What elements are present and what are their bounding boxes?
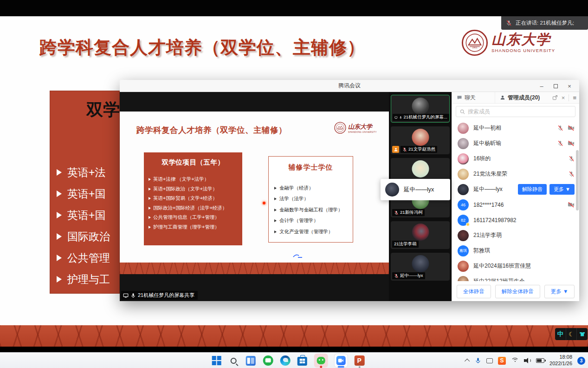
video-tile[interactable]: 21文学赵浩然 <box>391 126 450 154</box>
avatar <box>458 276 469 282</box>
member-search-box[interactable] <box>456 106 575 117</box>
screen-share-stage[interactable]: 跨学科复合人才培养（双学位、主辅修） 山东大学 SHANDONG UNIVERS… <box>120 92 389 301</box>
mic-muted-icon[interactable] <box>557 125 563 131</box>
member-row[interactable]: 延中22届12班花生会 <box>458 274 575 281</box>
wechat-button[interactable] <box>314 354 328 368</box>
store-button[interactable] <box>297 355 308 366</box>
member-row[interactable]: 延中杨昕瑜 <box>458 136 575 151</box>
panel-footer: 全体静音 解除全体静音 更多 ▼ <box>452 281 579 302</box>
avatar <box>458 169 469 180</box>
unmute-all-button[interactable]: 解除全体静音 <box>495 285 540 298</box>
bullet-item: 护理与工 <box>57 269 110 290</box>
notification-badge[interactable]: 3 <box>577 357 585 365</box>
member-row[interactable]: 21法学李萌 <box>458 228 575 243</box>
member-row[interactable]: 延中——lyx 解除静音 更多 ▼ <box>458 182 575 197</box>
camera-off-icon[interactable] <box>568 201 575 208</box>
member-row[interactable]: 延中2024届16班宜佳慧 <box>458 258 575 274</box>
logo-english-name: SHANDONG UNIVERSITY <box>491 48 555 53</box>
arrow-bullet-icon <box>57 212 62 218</box>
avatar <box>412 223 429 241</box>
windows-taskbar: P S 18:08 2022/1/26 3 <box>0 352 588 368</box>
mic-muted-icon[interactable] <box>557 140 563 146</box>
sogou-ime-icon[interactable]: S <box>498 357 506 365</box>
popout-panel-icon[interactable] <box>552 95 558 100</box>
task-view-icon <box>246 356 256 366</box>
member-row[interactable]: 46 182****1746 <box>458 197 575 212</box>
start-button[interactable] <box>211 355 222 366</box>
slide-bottom-band <box>0 325 588 347</box>
mic-muted-icon <box>394 274 399 278</box>
speaker-icon[interactable] <box>524 358 531 363</box>
mic-muted-icon[interactable] <box>569 171 575 177</box>
task-view-button[interactable] <box>245 355 256 366</box>
camera-off-icon[interactable] <box>568 140 575 147</box>
taskbar-clock[interactable]: 18:08 2022/1/26 <box>549 354 572 367</box>
screen-share-icon <box>123 293 129 298</box>
green-app-icon <box>263 355 273 366</box>
bullet-item: 公共管理 <box>57 247 110 269</box>
maximize-button[interactable] <box>549 80 562 92</box>
bullet-item: 公共管理与信息（工学+管理） <box>149 213 227 223</box>
shared-slide: 跨学科复合人才培养（双学位、主辅修） 山东大学 SHANDONG UNIVERS… <box>120 112 389 263</box>
battery-icon[interactable] <box>536 358 544 363</box>
avatar <box>458 138 469 149</box>
window-titlebar[interactable]: 腾讯会议 – × <box>120 80 579 92</box>
minor-degree-title: 辅修学士学位 <box>269 163 353 172</box>
member-row[interactable]: 16班的 <box>458 151 575 166</box>
system-tray: S 18:08 2022/1/26 3 <box>466 353 585 368</box>
mic-muted-icon[interactable] <box>569 156 575 162</box>
menu-icon[interactable]: ≡ <box>569 94 576 101</box>
tray-mic-icon[interactable] <box>475 357 481 364</box>
wifi-icon[interactable] <box>511 358 519 364</box>
member-row[interactable]: 雅琪 郭雅琪 <box>458 243 575 258</box>
search-input[interactable] <box>468 108 572 115</box>
bullet-item: 金融数学与金融工程（理学） <box>274 204 343 216</box>
shared-slide-title: 跨学科复合人才培养（双学位、主辅修） <box>136 125 287 136</box>
member-row[interactable]: 21党法朱星荣 <box>458 166 575 182</box>
unmute-button[interactable]: 解除静音 <box>518 184 547 195</box>
skin-icon[interactable] <box>577 328 588 340</box>
mute-all-button[interactable]: 全体静音 <box>457 285 491 298</box>
running-indicator <box>320 366 322 368</box>
mic-muted-icon <box>402 147 407 152</box>
bullet-item: 文化产业管理（管理学） <box>274 226 343 237</box>
tab-chat[interactable]: 聊天 <box>452 92 495 103</box>
avatar <box>458 153 469 164</box>
cast-icon[interactable] <box>486 358 493 363</box>
shared-slide-bottom-band <box>120 263 389 274</box>
edge-button[interactable] <box>279 355 291 366</box>
member-row[interactable]: 延中—初相 <box>458 120 575 136</box>
tencent-meeting-button[interactable] <box>334 354 348 368</box>
camera-off-icon[interactable] <box>568 125 575 131</box>
university-logo: 1901 山东大学 SHANDONG UNIVERSITY <box>461 29 555 56</box>
screen-share-label: 21机械任梦凡的屏幕共享 <box>121 291 198 300</box>
avatar <box>412 129 429 146</box>
member-row[interactable]: 82 16117241987982 <box>458 212 575 228</box>
speaking-toast-text: 正在讲话: 21机械任梦凡; <box>516 20 574 26</box>
night-mode-icon[interactable]: ☾ <box>566 328 577 340</box>
wechat-icon <box>317 357 325 364</box>
more-button[interactable]: 更多 ▼ <box>549 184 575 195</box>
ime-chinese-mode[interactable]: 中 <box>555 328 566 340</box>
video-tile[interactable]: 21法学李萌 <box>391 221 450 249</box>
taskbar-search-button[interactable] <box>228 355 239 366</box>
minimize-button[interactable]: – <box>535 80 549 92</box>
edge-icon <box>280 355 290 366</box>
powerpoint-button[interactable]: P <box>354 355 365 366</box>
bullet-item: 国际政治 <box>57 226 110 247</box>
shared-university-logo: 山东大学 SHANDONG UNIVERSITY <box>334 122 377 134</box>
bullet-item: 金融学（经济） <box>274 183 343 194</box>
video-tile[interactable]: 21机械任梦凡的屏幕... <box>391 95 450 123</box>
slide-dual-degree-box: 双学 英语+法 英语+国 英语+国 国际政治 公共管理 护理与工 <box>50 91 120 294</box>
video-tile[interactable]: 延中——lyx <box>391 253 450 281</box>
close-button[interactable]: × <box>562 80 576 92</box>
hidden-icons-chevron[interactable] <box>465 359 470 364</box>
box-title: 双学 <box>86 99 120 121</box>
arrow-bullet-icon <box>57 276 62 283</box>
scrollbar-thumb[interactable] <box>576 150 579 210</box>
more-footer-button[interactable]: 更多 ▼ <box>544 285 575 298</box>
close-panel-icon[interactable]: × <box>562 94 565 101</box>
todo-app-button[interactable] <box>262 355 273 366</box>
tab-manage-members[interactable]: 管理成员(20) <box>495 92 544 103</box>
university-seal-icon <box>334 122 346 134</box>
